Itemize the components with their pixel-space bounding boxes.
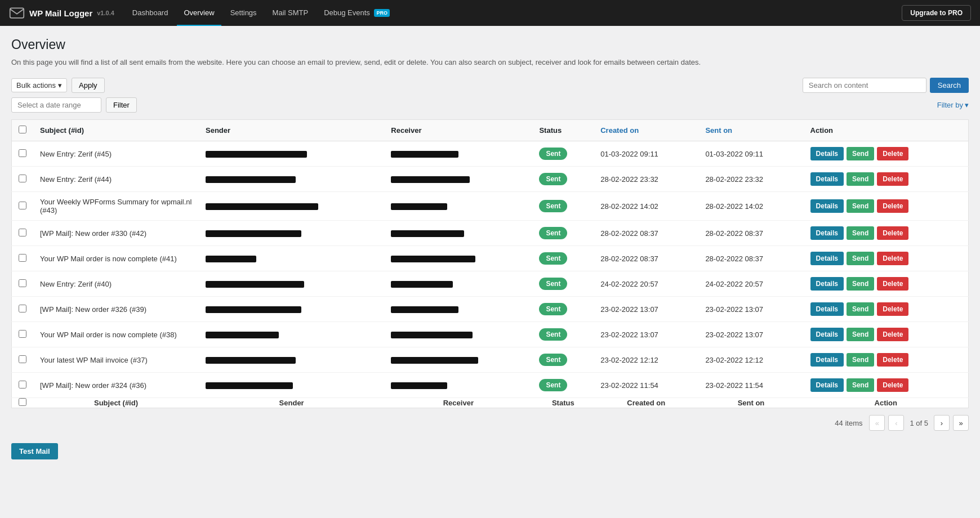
- first-page-button[interactable]: «: [869, 415, 885, 431]
- row-sender: [199, 221, 384, 246]
- send-button[interactable]: Send: [847, 172, 874, 186]
- col-created-footer[interactable]: Created on: [594, 398, 698, 408]
- last-page-button[interactable]: »: [953, 415, 969, 431]
- row-checkbox-9[interactable]: [19, 381, 26, 388]
- date-range-input[interactable]: [11, 97, 101, 113]
- row-actions: Details Send Delete: [804, 141, 969, 167]
- row-status: Sent: [532, 141, 594, 167]
- row-receiver: [384, 297, 532, 322]
- col-sent-footer[interactable]: Sent on: [698, 398, 803, 408]
- delete-button[interactable]: Delete: [877, 172, 908, 186]
- row-checkbox-cell: [12, 347, 34, 373]
- row-subject: [WP Mail]: New order #330 (#42): [33, 221, 199, 246]
- delete-button[interactable]: Delete: [877, 147, 908, 160]
- details-button[interactable]: Details: [810, 252, 844, 265]
- row-checkbox-4[interactable]: [19, 254, 26, 262]
- apply-button[interactable]: Apply: [72, 78, 105, 93]
- row-sender: [199, 373, 384, 398]
- details-button[interactable]: Details: [810, 302, 844, 316]
- delete-button[interactable]: Delete: [877, 252, 908, 265]
- row-subject: Your latest WP Mail invoice (#37): [33, 347, 199, 373]
- row-receiver: [384, 221, 532, 246]
- prev-page-button[interactable]: ‹: [888, 415, 904, 431]
- nav-overview[interactable]: Overview: [177, 1, 221, 26]
- row-sent-on: 23-02-2022 13:07: [698, 322, 803, 347]
- row-created-on: 01-03-2022 09:11: [594, 141, 698, 167]
- sender-redacted: [206, 176, 296, 183]
- row-sender: [199, 347, 384, 373]
- row-checkbox-5[interactable]: [19, 279, 26, 287]
- bulk-actions-select[interactable]: Bulk actions ▾: [11, 78, 67, 92]
- details-button[interactable]: Details: [810, 378, 844, 392]
- row-checkbox-cell: [12, 192, 34, 221]
- upgrade-button[interactable]: Upgrade to PRO: [902, 5, 971, 21]
- nav-dashboard[interactable]: Dashboard: [126, 1, 175, 26]
- delete-button[interactable]: Delete: [877, 378, 908, 392]
- filter-by-link[interactable]: Filter by ▾: [937, 101, 969, 109]
- search-input[interactable]: [803, 78, 926, 93]
- col-created-on[interactable]: Created on: [594, 120, 698, 141]
- row-checkbox-cell: [12, 167, 34, 192]
- nav-mail-smtp[interactable]: Mail SMTP: [266, 1, 315, 26]
- delete-button[interactable]: Delete: [877, 353, 908, 367]
- send-button[interactable]: Send: [847, 252, 874, 265]
- row-checkbox-8[interactable]: [19, 355, 26, 363]
- details-button[interactable]: Details: [810, 172, 844, 186]
- test-mail-button[interactable]: Test Mail: [11, 443, 58, 459]
- page-description: On this page you will find a list of all…: [11, 58, 969, 66]
- row-checkbox-1[interactable]: [19, 175, 26, 182]
- delete-button[interactable]: Delete: [877, 226, 908, 240]
- send-button[interactable]: Send: [847, 226, 874, 240]
- row-actions: Details Send Delete: [804, 347, 969, 373]
- send-button[interactable]: Send: [847, 199, 874, 213]
- details-button[interactable]: Details: [810, 353, 844, 367]
- details-button[interactable]: Details: [810, 277, 844, 291]
- status-badge: Sent: [539, 227, 567, 239]
- select-all-footer: [12, 398, 34, 408]
- send-button[interactable]: Send: [847, 328, 874, 341]
- row-checkbox-7[interactable]: [19, 330, 26, 338]
- row-created-on: 23-02-2022 12:12: [594, 347, 698, 373]
- chevron-down-icon: ▾: [58, 81, 62, 90]
- row-sent-on: 24-02-2022 20:57: [698, 271, 803, 297]
- table-pagination: 44 items « ‹ 1 of 5 › »: [11, 408, 969, 437]
- items-count: 44 items: [835, 419, 862, 427]
- next-page-button[interactable]: ›: [934, 415, 950, 431]
- send-button[interactable]: Send: [847, 147, 874, 160]
- receiver-redacted: [391, 306, 458, 313]
- row-subject: Your Weekly WPForms Summary for wpmail.n…: [33, 192, 199, 221]
- row-receiver: [384, 192, 532, 221]
- send-button[interactable]: Send: [847, 277, 874, 291]
- row-sent-on: 28-02-2022 14:02: [698, 192, 803, 221]
- delete-button[interactable]: Delete: [877, 277, 908, 291]
- delete-button[interactable]: Delete: [877, 302, 908, 316]
- row-checkbox-2[interactable]: [19, 202, 26, 209]
- col-sent-on[interactable]: Sent on: [698, 120, 803, 141]
- send-button[interactable]: Send: [847, 378, 874, 392]
- row-status: Sent: [532, 347, 594, 373]
- status-badge: Sent: [539, 328, 567, 341]
- details-button[interactable]: Details: [810, 199, 844, 213]
- nav-debug-events[interactable]: Debug Events PRO: [317, 1, 397, 26]
- filter-button[interactable]: Filter: [106, 97, 137, 113]
- nav-links: Dashboard Overview Settings Mail SMTP De…: [126, 1, 891, 26]
- details-button[interactable]: Details: [810, 147, 844, 160]
- row-actions: Details Send Delete: [804, 271, 969, 297]
- select-all-checkbox[interactable]: [19, 126, 26, 133]
- select-all-footer-checkbox[interactable]: [19, 398, 26, 406]
- details-button[interactable]: Details: [810, 226, 844, 240]
- filter-left: Filter: [11, 97, 137, 113]
- delete-button[interactable]: Delete: [877, 328, 908, 341]
- row-created-on: 28-02-2022 08:37: [594, 246, 698, 271]
- row-checkbox-3[interactable]: [19, 229, 26, 236]
- send-button[interactable]: Send: [847, 353, 874, 367]
- delete-button[interactable]: Delete: [877, 199, 908, 213]
- table-body: New Entry: Zerif (#45) Sent 01-03-2022 0…: [12, 141, 969, 398]
- send-button[interactable]: Send: [847, 302, 874, 316]
- nav-settings[interactable]: Settings: [224, 1, 264, 26]
- details-button[interactable]: Details: [810, 328, 844, 341]
- row-checkbox-6[interactable]: [19, 305, 26, 312]
- row-checkbox-0[interactable]: [19, 149, 26, 157]
- search-button[interactable]: Search: [930, 78, 969, 93]
- row-subject: [WP Mail]: New order #324 (#36): [33, 373, 199, 398]
